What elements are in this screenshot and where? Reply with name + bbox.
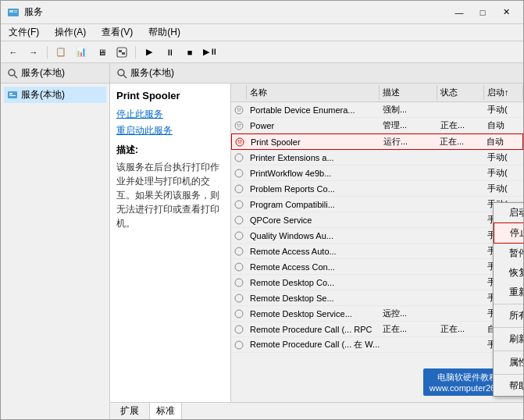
row-status bbox=[437, 290, 484, 305]
menu-view[interactable]: 查看(V) bbox=[97, 24, 137, 41]
row-status bbox=[437, 259, 484, 274]
table-row[interactable]: QPCore Service 手动( bbox=[231, 212, 523, 228]
table-row-print-spooler[interactable]: Print Spooler 运行... 正在... 自动 bbox=[231, 133, 523, 150]
row-status bbox=[437, 197, 484, 212]
row-icon bbox=[231, 322, 247, 336]
svg-point-15 bbox=[235, 122, 243, 130]
context-menu-help[interactable]: 帮助(H) bbox=[494, 376, 523, 396]
row-name: Remote Procedure Call (... RPC bbox=[247, 322, 380, 336]
forward-icon: → bbox=[30, 48, 38, 57]
properties-button[interactable]: 📊 bbox=[72, 44, 91, 61]
row-desc bbox=[380, 337, 437, 352]
row-status bbox=[437, 212, 484, 227]
all-tasks-label: 所有任务(K) bbox=[509, 309, 523, 322]
svg-rect-5 bbox=[119, 50, 122, 52]
row-desc bbox=[380, 244, 437, 258]
table-row[interactable]: Program Compatibili... 手动( bbox=[231, 197, 523, 212]
services-table[interactable]: 名称 描述 状态 启动↑ Portable Device Enumera... … bbox=[231, 84, 523, 402]
context-menu-all-tasks[interactable]: 所有任务(K) › bbox=[494, 306, 523, 326]
properties-icon: 📊 bbox=[76, 47, 87, 57]
menu-help[interactable]: 帮助(H) bbox=[144, 24, 185, 41]
title-bar: 服务 — □ ✕ bbox=[1, 1, 523, 24]
context-menu-stop[interactable]: 停止(O) bbox=[494, 222, 523, 244]
row-startup: 自动 bbox=[484, 118, 523, 133]
menu-file[interactable]: 文件(F) bbox=[4, 24, 44, 41]
row-icon bbox=[231, 102, 247, 117]
svg-rect-1 bbox=[9, 10, 13, 12]
col-name[interactable]: 名称 bbox=[247, 85, 380, 100]
minimize-button[interactable]: — bbox=[448, 4, 470, 21]
computer-icon: 🖥 bbox=[98, 48, 106, 57]
row-status bbox=[437, 228, 484, 243]
context-menu: 启动(S) 停止(O) 暂停(U) 恢复(M) 重新启动(E) 所有任务(K) … bbox=[493, 202, 523, 397]
context-menu-pause[interactable]: 暂停(U) bbox=[494, 244, 523, 263]
row-startup: 手动( bbox=[484, 150, 523, 165]
context-menu-properties[interactable]: 属性(R) bbox=[494, 353, 523, 372]
table-row[interactable]: Printer Extensions a... 手动( bbox=[231, 150, 523, 166]
row-desc bbox=[380, 275, 437, 290]
stop-service-link[interactable]: 停止此服务 bbox=[116, 108, 224, 121]
row-name: Printer Extensions a... bbox=[247, 150, 380, 165]
table-row[interactable]: Remote Procedure Call (... 在 W... 手动 bbox=[231, 337, 523, 353]
row-icon bbox=[231, 118, 247, 133]
table-row[interactable]: Problem Reports Co... 手动( bbox=[231, 181, 523, 197]
svg-point-24 bbox=[235, 263, 243, 271]
table-row[interactable]: Remote Access Con... 手动( bbox=[231, 259, 523, 275]
svg-point-19 bbox=[235, 185, 243, 193]
svg-point-27 bbox=[235, 310, 243, 318]
context-menu-refresh[interactable]: 刷新(F) bbox=[494, 329, 523, 349]
svg-point-25 bbox=[235, 279, 243, 287]
row-name: Print Spooler bbox=[248, 134, 380, 149]
col-desc[interactable]: 描述 bbox=[380, 85, 437, 100]
play-button[interactable]: ▶ bbox=[140, 44, 159, 61]
table-row[interactable]: Power 管理... 正在... 自动 bbox=[231, 118, 523, 133]
row-icon bbox=[231, 228, 247, 243]
table-row[interactable]: Quality Windows Au... 手动( bbox=[231, 228, 523, 244]
svg-rect-10 bbox=[9, 93, 12, 94]
restart-service-link[interactable]: 重启动此服务 bbox=[116, 124, 224, 137]
stop-button[interactable]: ■ bbox=[180, 44, 199, 61]
row-icon bbox=[231, 306, 247, 321]
row-name: Remote Desktop Se... bbox=[247, 290, 380, 305]
pause-button[interactable]: ⏸ bbox=[160, 44, 179, 61]
forward-button[interactable]: → bbox=[24, 44, 43, 61]
row-status bbox=[437, 275, 484, 290]
table-row[interactable]: Portable Device Enumera... 强制... 手动( bbox=[231, 102, 523, 118]
close-button[interactable]: ✕ bbox=[495, 4, 517, 21]
maximize-button[interactable]: □ bbox=[472, 4, 494, 21]
col-startup[interactable]: 启动↑ bbox=[484, 85, 523, 100]
show-hide-button[interactable]: 📋 bbox=[52, 44, 70, 61]
tree-item-local[interactable]: 服务(本地) bbox=[4, 87, 106, 103]
table-header: 名称 描述 状态 启动↑ bbox=[231, 84, 523, 102]
toolbar: ← → 📋 📊 🖥 ▶ ⏸ ■ bbox=[1, 41, 523, 63]
col-status[interactable]: 状态 bbox=[437, 85, 484, 100]
table-row[interactable]: Remote Desktop Co... 手动( bbox=[231, 275, 523, 290]
row-desc bbox=[380, 181, 437, 196]
right-panel-header: 服务(本地) bbox=[110, 63, 523, 84]
table-row[interactable]: Remote Procedure Call (... RPC 正在... 正在.… bbox=[231, 322, 523, 337]
table-row[interactable]: Remote Access Auto... 手动( bbox=[231, 244, 523, 259]
tab-standard[interactable]: 标准 bbox=[149, 402, 182, 419]
context-menu-resume[interactable]: 恢复(M) bbox=[494, 263, 523, 283]
row-icon bbox=[231, 244, 247, 258]
refresh-button[interactable] bbox=[112, 44, 131, 61]
table-row[interactable]: Remote Desktop Service... 远控... 手动( bbox=[231, 306, 523, 322]
context-menu-start[interactable]: 启动(S) bbox=[494, 203, 523, 222]
back-button[interactable]: ← bbox=[4, 44, 23, 61]
tab-extended[interactable]: 扩展 bbox=[113, 402, 146, 419]
row-name: Remote Desktop Service... bbox=[247, 306, 380, 321]
row-name: Remote Access Auto... bbox=[247, 244, 380, 258]
computer-button[interactable]: 🖥 bbox=[92, 44, 111, 61]
menu-action[interactable]: 操作(A) bbox=[50, 24, 91, 41]
table-row[interactable]: PrintWorkflow 4e9b... 手动( bbox=[231, 166, 523, 181]
row-status bbox=[437, 102, 484, 117]
row-status bbox=[437, 306, 484, 321]
tree-item-local-label: 服务(本地) bbox=[21, 88, 65, 101]
row-name: PrintWorkflow 4e9b... bbox=[247, 166, 380, 180]
restart-button[interactable]: ▶⏸ bbox=[201, 44, 219, 61]
table-row[interactable]: Remote Desktop Se... 手动( bbox=[231, 290, 523, 306]
svg-point-28 bbox=[235, 326, 243, 333]
context-menu-restart[interactable]: 重新启动(E) bbox=[494, 283, 523, 302]
row-desc bbox=[380, 290, 437, 305]
row-icon bbox=[231, 212, 247, 227]
